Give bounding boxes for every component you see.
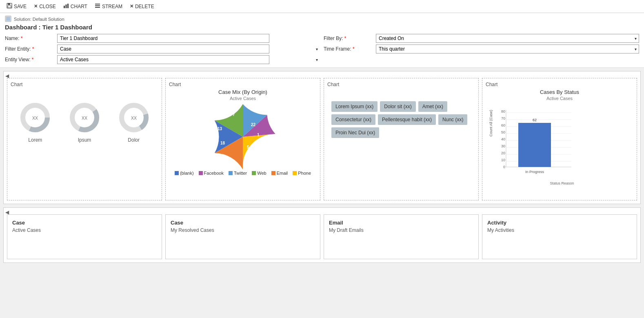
pie-labels: 22 7 13 18 5 1	[210, 102, 275, 167]
save-button[interactable]: SAVE	[3, 2, 30, 11]
filter-by-label: Filter By: *	[324, 36, 373, 41]
list-item-activity-sub: My Activities	[487, 227, 632, 233]
header-area: Solution: Default Solution Dashboard : T…	[0, 13, 644, 68]
time-frame-label: Time Frame: *	[324, 46, 373, 52]
filter-entity-select[interactable]: Case Email Activity	[57, 44, 269, 53]
chart-box-3: Chart Lorem Ipsum (xx) Dolor sit (xx) Am…	[324, 78, 479, 200]
tag-cloud: Lorem Ipsum (xx) Dolor sit (xx) Amet (xx…	[327, 89, 475, 142]
chart-button[interactable]: CHART	[60, 2, 91, 11]
time-frame-select-wrap: This quarter This month This year	[376, 44, 639, 53]
toolbar: SAVE ✕ CLOSE CHART STREAM ✕ DELETE	[0, 0, 644, 13]
list-item-activity[interactable]: Activity My Activities	[482, 214, 637, 259]
tag-amet[interactable]: Amet (xx)	[418, 101, 447, 112]
tag-dolor-sit[interactable]: Dolor sit (xx)	[380, 101, 415, 112]
entity-view-select[interactable]: Active Cases My Cases Resolved Cases	[57, 55, 269, 64]
svg-text:40: 40	[501, 137, 505, 141]
list-item-case-active[interactable]: Case Active Cases	[7, 214, 162, 259]
solution-text: Solution: Default Solution	[14, 17, 64, 22]
pie-legend: (blank) Facebook Twitter Web	[175, 171, 311, 176]
svg-rect-4	[65, 4, 67, 8]
tag-lorem-ipsum[interactable]: Lorem Ipsum (xx)	[331, 101, 378, 112]
svg-text:xx: xx	[131, 114, 137, 121]
list-item-case-resolved[interactable]: Case My Resolved Cases	[165, 214, 320, 259]
stream-icon	[95, 3, 100, 10]
filter-by-select[interactable]: Created On Modified On	[376, 34, 639, 43]
delete-button[interactable]: ✕ DELETE	[127, 2, 158, 11]
name-input[interactable]	[57, 34, 269, 43]
charts-row: Chart xx Lorem	[4, 71, 640, 204]
legend-label-blank: (blank)	[180, 171, 194, 176]
svg-text:xx: xx	[32, 114, 38, 121]
tag-nunc[interactable]: Nunc (xx)	[438, 114, 467, 125]
legend-twitter: Twitter	[229, 171, 247, 176]
svg-rect-8	[95, 7, 100, 8]
donut-svg-2: xx	[68, 101, 101, 134]
stream-button[interactable]: STREAM	[91, 2, 126, 11]
svg-rect-5	[67, 4, 69, 8]
legend-blank: (blank)	[175, 171, 194, 176]
tag-proin[interactable]: Proin Nec Dui (xx)	[331, 127, 379, 138]
svg-text:80: 80	[501, 109, 505, 113]
bar-chart-body: 0 10 20 30 40 50 60 70 80	[494, 106, 630, 185]
time-frame-select[interactable]: This quarter This month This year	[376, 44, 639, 53]
legend-dot-email	[271, 171, 275, 175]
list-item-email-drafts-title: Email	[329, 220, 473, 226]
donut-lorem-label: Lorem	[28, 137, 42, 143]
tag-pellentesque[interactable]: Pellentesque habit (xx)	[378, 114, 436, 125]
chart2-subtitle: Active Cases	[169, 96, 317, 101]
svg-text:20: 20	[501, 151, 505, 155]
save-label: SAVE	[14, 4, 27, 9]
bar-svg: 0 10 20 30 40 50 60 70 80	[494, 106, 575, 179]
page-title: Dashboard : Tier 1 Dashboard	[5, 24, 639, 31]
entity-view-label: Entity View: *	[5, 57, 54, 62]
legend-label-twitter: Twitter	[234, 171, 247, 176]
svg-rect-3	[64, 6, 65, 8]
svg-rect-6	[95, 4, 100, 4]
legend-email: Email	[271, 171, 288, 176]
list-item-case-active-sub: Active Cases	[12, 227, 157, 233]
legend-dot-web	[252, 171, 256, 175]
legend-label-facebook: Facebook	[204, 171, 224, 176]
legend-phone: Phone	[293, 171, 311, 176]
solution-line: Solution: Default Solution	[5, 16, 639, 23]
svg-rect-10	[6, 17, 10, 21]
donut-dolor: xx Dolor	[118, 101, 150, 143]
chart-icon	[63, 3, 69, 10]
close-label: CLOSE	[39, 4, 56, 9]
donut-dolor-label: Dolor	[128, 137, 140, 143]
donut-ipsum-label: Ipsum	[78, 137, 91, 143]
charts-section: ◀ Chart xx Lorem	[3, 71, 641, 204]
y-axis-label: Count All (Case)	[489, 110, 493, 137]
svg-rect-7	[95, 5, 100, 6]
legend-label-phone: Phone	[298, 171, 311, 176]
chart-label: CHART	[71, 4, 87, 9]
legend-label-email: Email	[277, 171, 288, 176]
chart-box-4: Chart Cases By Status Active Cases Count…	[482, 78, 637, 200]
bar-chart-area: Count All (Case) 0 10 20	[486, 104, 633, 187]
list-section-arrow[interactable]: ◀	[5, 209, 9, 215]
svg-text:xx: xx	[82, 114, 87, 121]
list-item-case-resolved-sub: My Resolved Cases	[171, 227, 315, 233]
chart4-subtitle: Active Cases	[486, 96, 633, 101]
svg-text:60: 60	[501, 123, 505, 127]
filter-by-select-wrap: Created On Modified On	[376, 34, 639, 43]
x-axis-label: Status Reason	[494, 181, 630, 185]
chart2-label: Chart	[169, 82, 317, 87]
pie-container: 22 7 13 18 5 1 (blank)	[169, 104, 317, 176]
filter-entity-select-wrap: Case Email Activity	[57, 44, 320, 53]
chart4-label: Chart	[486, 82, 633, 87]
legend-web: Web	[252, 171, 266, 176]
donut-row: xx Lorem xx Ipsum	[11, 89, 158, 147]
chart4-title: Cases By Status	[486, 89, 633, 95]
svg-text:70: 70	[501, 116, 505, 120]
name-label: Name: *	[5, 36, 54, 41]
close-button[interactable]: ✕ CLOSE	[31, 2, 59, 11]
list-item-email-drafts[interactable]: Email My Draft Emails	[324, 214, 479, 259]
svg-text:50: 50	[501, 130, 505, 134]
filter-entity-label: Filter Entity: *	[5, 46, 54, 52]
legend-dot-phone	[293, 171, 297, 175]
legend-facebook: Facebook	[199, 171, 224, 176]
svg-rect-1	[8, 3, 10, 5]
svg-text:62: 62	[533, 118, 537, 122]
tag-consectetur[interactable]: Consectetur (xx)	[331, 114, 375, 125]
